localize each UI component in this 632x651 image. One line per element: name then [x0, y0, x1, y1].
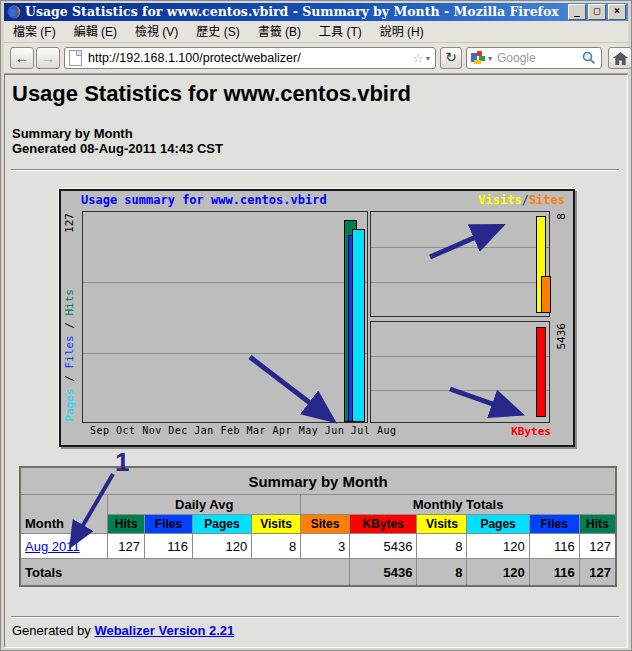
menu-tools[interactable]: 工具 (T)	[310, 22, 371, 42]
search-engine-dropdown-icon[interactable]: ▾	[488, 54, 492, 63]
column-header-files: Files	[145, 515, 193, 534]
month-link[interactable]: Aug 2011	[25, 539, 80, 554]
group-header-daily-avg: Daily Avg	[108, 495, 301, 515]
column-header-hits: Hits	[579, 515, 616, 534]
kbytes-bar-aug	[536, 327, 546, 417]
cell-month-pages: 120	[467, 534, 529, 559]
column-header-kbytes: KBytes	[350, 515, 417, 534]
page-title: Usage Statistics for www.centos.vbird	[12, 81, 411, 107]
gridline	[83, 282, 367, 283]
x-axis-months: Sep Oct Nov Dec Jan Feb Mar Apr May Jun …	[90, 425, 396, 436]
axis-pages-label: Pages	[63, 388, 76, 421]
menu-history[interactable]: 歷史 (S)	[187, 22, 248, 42]
minimize-icon[interactable]: _	[568, 4, 586, 20]
visits-sites-panel	[370, 211, 550, 317]
y-axis-max-left: 127	[63, 213, 76, 233]
summary-by-month-table: Summary by Month Month Daily Avg Monthly…	[19, 466, 617, 587]
axis-files-label: Files	[63, 335, 76, 368]
generated-timestamp: Generated 08-Aug-2011 14:43 CST	[12, 141, 223, 156]
legend-sites: Sites	[529, 193, 565, 207]
cell-daily-visits: 8	[252, 534, 301, 559]
reload-button[interactable]: ↻	[440, 47, 462, 69]
total-pages: 120	[467, 559, 529, 587]
column-header-visits: Visits	[417, 515, 467, 534]
y-axis-title-left: Pages / Files / Hits	[63, 289, 76, 422]
chart-legend: Visits/Sites	[478, 193, 565, 207]
url-input[interactable]: http://192.168.1.100/protect/webalizer/	[88, 51, 410, 65]
search-box[interactable]: ▾ Google	[466, 47, 602, 69]
column-header-pages: Pages	[467, 515, 529, 534]
cell-daily-files: 116	[145, 534, 193, 559]
back-button[interactable]: ←	[10, 47, 34, 69]
column-header-visits: Visits	[252, 515, 301, 534]
menu-file[interactable]: 檔案 (F)	[4, 22, 65, 42]
footer-prefix: Generated by	[12, 623, 94, 638]
column-header-hits: Hits	[108, 515, 145, 534]
search-magnifier-icon[interactable]	[582, 51, 596, 65]
column-header-files: Files	[529, 515, 579, 534]
kbytes-panel	[370, 321, 550, 423]
page-footer: Generated by Webalizer Version 2.21	[12, 623, 234, 638]
navigation-toolbar: ← → http://192.168.1.100/protect/webaliz…	[4, 43, 628, 74]
usage-summary-chart: Usage summary for www.centos.vbird Visit…	[59, 189, 575, 447]
title-bar: Usage Statistics for www.centos.vbird - …	[4, 3, 628, 21]
menu-view[interactable]: 檢視 (V)	[126, 22, 187, 42]
y-axis-max-kbytes: 5436	[555, 323, 568, 350]
google-icon	[471, 51, 485, 65]
gridline	[371, 282, 549, 283]
gridline	[371, 247, 549, 248]
home-button[interactable]	[608, 47, 632, 69]
cell-sites: 3	[301, 534, 350, 559]
bookmark-star-icon[interactable]: ☆	[412, 51, 424, 66]
summary-by-month-label: Summary by Month	[12, 126, 223, 141]
cell-month-hits: 127	[579, 534, 616, 559]
page-subtitle: Summary by Month Generated 08-Aug-2011 1…	[12, 126, 223, 156]
chart-title: Usage summary for www.centos.vbird	[81, 193, 327, 207]
legend-visits: Visits	[478, 193, 521, 207]
total-hits: 127	[579, 559, 616, 587]
sites-bar-aug	[541, 276, 551, 313]
window-title: Usage Statistics for www.centos.vbird - …	[25, 3, 568, 21]
menu-help[interactable]: 說明 (H)	[371, 22, 433, 42]
home-icon	[613, 52, 628, 65]
total-kbytes: 5436	[350, 559, 417, 587]
cell-month-files: 116	[529, 534, 579, 559]
bookmark-dropdown-icon[interactable]: ▾	[426, 54, 430, 63]
menu-bar: 檔案 (F) 編輯 (E) 檢視 (V) 歷史 (S) 書籤 (B) 工具 (T…	[4, 21, 628, 43]
gridline	[371, 356, 549, 357]
cell-daily-hits: 127	[108, 534, 145, 559]
pages-bar-aug	[352, 229, 365, 422]
forward-button[interactable]: →	[36, 47, 60, 69]
menu-bookmarks[interactable]: 書籤 (B)	[249, 22, 310, 42]
divider	[11, 169, 619, 171]
column-header-pages: Pages	[192, 515, 251, 534]
column-header-sites: Sites	[301, 515, 350, 534]
column-header-month: Month	[20, 495, 108, 534]
browser-window: Usage Statistics for www.centos.vbird - …	[0, 0, 632, 651]
menu-edit[interactable]: 編輯 (E)	[65, 22, 126, 42]
total-files: 116	[529, 559, 579, 587]
divider	[11, 616, 619, 618]
search-input[interactable]: Google	[497, 51, 582, 65]
gridline	[83, 353, 367, 354]
firefox-icon	[7, 5, 21, 19]
y-axis-max-visits: 8	[555, 213, 568, 220]
webalizer-version-link[interactable]: Webalizer Version 2.21	[94, 623, 234, 638]
table-row: Aug 2011 127 116 120 8 3 5436 8 120 116 …	[20, 534, 616, 559]
cell-kbytes: 5436	[350, 534, 417, 559]
legend-separator: /	[522, 193, 529, 207]
close-icon[interactable]: ×	[608, 4, 626, 20]
maximize-icon[interactable]: □	[588, 4, 606, 20]
total-visits: 8	[417, 559, 467, 587]
axis-hits-label: Hits	[63, 289, 76, 316]
kbytes-axis-label: KBytes	[511, 425, 551, 438]
url-bar[interactable]: http://192.168.1.100/protect/webalizer/ …	[64, 47, 436, 69]
cell-month-visits: 8	[417, 534, 467, 559]
cell-daily-pages: 120	[192, 534, 251, 559]
gridline	[371, 390, 549, 391]
page-icon	[69, 50, 82, 66]
totals-label: Totals	[20, 559, 350, 587]
axis-separator: /	[63, 315, 76, 335]
table-title: Summary by Month	[20, 467, 616, 495]
page-viewport: Usage Statistics for www.centos.vbird Su…	[4, 74, 628, 648]
